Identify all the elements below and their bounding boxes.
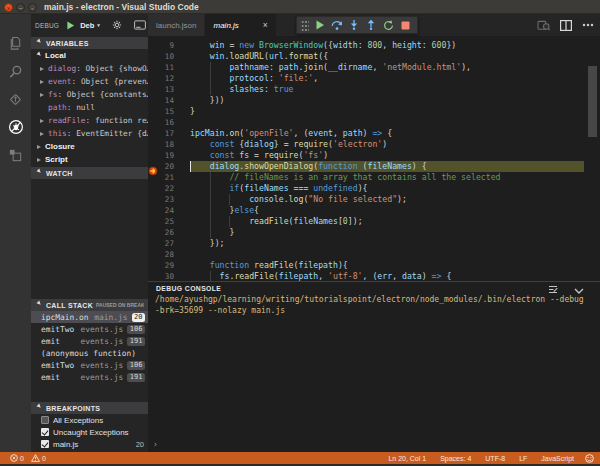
twistie-icon [36, 51, 43, 58]
status-item[interactable]: JavaScript [541, 455, 574, 462]
breakpoint-row[interactable]: main.js20 [31, 438, 148, 450]
debug-console-toggle-icon[interactable] [134, 20, 146, 30]
continue-icon[interactable] [311, 17, 328, 33]
tab-launch-json[interactable]: launch.json [148, 14, 205, 36]
code-line-18[interactable]: 18 const {dialog} = require('electron') [148, 139, 600, 150]
section-header-variables[interactable]: VARIABLES [31, 37, 148, 49]
console-prompt[interactable]: › [153, 440, 158, 449]
activity-bar-item-files[interactable] [0, 31, 31, 59]
code-line-20[interactable]: 20 dialog.showOpenDialog(function (fileN… [148, 161, 600, 172]
checkbox[interactable] [41, 416, 49, 424]
status-item[interactable]: Ln 20, Col 1 [388, 455, 426, 462]
code-line-23[interactable]: 23 console.log("No file selected"); [148, 194, 600, 205]
code-line-19[interactable]: 19 const fs = require('fs') [148, 150, 600, 161]
section-header-call-stack[interactable]: CALL STACKPAUSED ON BREAKPOI… [31, 299, 148, 311]
code-line-26[interactable]: 26 } [148, 227, 600, 238]
variable-row[interactable]: dialog: Object {showO… [31, 62, 148, 75]
activity-bar-item-debug[interactable] [0, 115, 31, 143]
restart-icon[interactable] [380, 17, 397, 33]
variable-row[interactable]: readFile: function re… [31, 114, 148, 127]
window-maximize-button[interactable]: ▫ [28, 3, 37, 12]
scope-local[interactable]: Local [31, 49, 148, 62]
editor-scrollbar[interactable] [588, 66, 597, 137]
activity-bar-item-extensions[interactable] [0, 143, 31, 171]
code-line-22[interactable]: 22 if(fileNames === undefined){ [148, 183, 600, 194]
code-line-16[interactable]: 16 [148, 117, 600, 128]
error-count[interactable]: 0 [20, 455, 24, 462]
status-bar: 0 0 Ln 20, Col 1Spaces: 4UTF-8LFJavaScri… [0, 452, 600, 464]
code-line-13[interactable]: 13 slashes: true [148, 84, 600, 95]
line-number: 15 [158, 106, 180, 117]
scope-closure[interactable]: Closure [31, 140, 148, 153]
twistie-icon [37, 145, 43, 149]
stack-frame[interactable]: emit events.js 191 [31, 371, 148, 383]
section-header-breakpoints[interactable]: BREAKPOINTS [31, 402, 148, 414]
stop-icon[interactable] [397, 17, 414, 33]
debug-console-panel: DEBUG CONSOLE /home/ayushgp/learning/wri… [148, 281, 600, 452]
twistie-icon [36, 300, 43, 307]
code-editor[interactable]: 9 win = new BrowserWindow({width: 800, h… [148, 36, 600, 281]
twistie-icon [37, 158, 43, 162]
code-line-10[interactable]: 10 win.loadURL(url.format({ [148, 51, 600, 62]
status-item[interactable]: Spaces: 4 [440, 455, 471, 462]
start-debug-icon[interactable] [66, 21, 75, 30]
scope-script[interactable]: Script [31, 153, 148, 166]
feedback-smiley-icon[interactable] [585, 454, 594, 463]
step-out-icon[interactable] [363, 17, 380, 33]
status-item[interactable]: LF [519, 455, 527, 462]
debug-config-label: Deb [80, 21, 94, 30]
tab-main-js[interactable]: main.js × [205, 14, 275, 36]
variable-row[interactable]: path: null [31, 101, 148, 114]
code-line-27[interactable]: 27 }); [148, 238, 600, 249]
stack-frame[interactable]: emitTwo events.js 106 [31, 359, 148, 371]
stack-frame[interactable]: ipcMain.on main.js 20 [31, 311, 148, 323]
breakpoint-row[interactable]: Uncaught Exceptions [31, 426, 148, 438]
variable-row[interactable]: event: Object {preven… [31, 75, 148, 88]
line-number: 25 [158, 216, 180, 227]
console-output: /home/ayushgp/learning/writing/tutorials… [148, 295, 600, 316]
line-number: 11 [158, 62, 180, 73]
activity-bar-item-search[interactable] [0, 59, 31, 87]
breakpoint-current-icon[interactable] [148, 162, 159, 172]
code-line-14[interactable]: 14 })) [148, 95, 600, 106]
step-over-icon[interactable] [329, 17, 346, 33]
window-minimize-button[interactable]: − [16, 3, 25, 12]
code-line-17[interactable]: 17 ipcMain.on('openFile', (event, path) … [148, 128, 600, 139]
line-number: 19 [158, 150, 180, 161]
toolbar-drag-handle[interactable] [300, 19, 309, 31]
status-item[interactable]: UTF-8 [485, 455, 505, 462]
panel-title[interactable]: DEBUG CONSOLE [156, 285, 221, 292]
code-line-15[interactable]: 15 } [148, 106, 600, 117]
tab-label: main.js [213, 21, 238, 30]
checkbox[interactable] [41, 428, 49, 436]
code-line-25[interactable]: 25 readFile(fileNames[0]); [148, 216, 600, 227]
warning-count[interactable]: 0 [42, 455, 46, 462]
variable-row[interactable]: this: EventEmitter {d… [31, 127, 148, 140]
code-line-21[interactable]: 21 // fileNames is an array that contain… [148, 172, 600, 183]
checkbox[interactable] [41, 440, 49, 448]
stack-frame[interactable]: (anonymous function) [31, 347, 148, 359]
code-line-29[interactable]: 29 function readFile(filepath){ [148, 260, 600, 271]
variable-row[interactable]: fs: Object {constants… [31, 88, 148, 101]
code-line-9[interactable]: 9 win = new BrowserWindow({width: 800, h… [148, 40, 600, 51]
more-actions-icon[interactable] [582, 23, 594, 27]
window-close-button[interactable]: × [4, 3, 13, 12]
step-into-icon[interactable] [346, 17, 363, 33]
split-editor-icon[interactable] [560, 20, 572, 31]
code-line-12[interactable]: 12 protocol: 'file:', [148, 73, 600, 84]
stack-frame[interactable]: emit events.js 191 [31, 335, 148, 347]
twistie-icon [40, 80, 46, 84]
debug-config-dropdown[interactable]: Deb ▾ [80, 21, 100, 30]
close-icon[interactable]: × [263, 20, 268, 30]
code-line-11[interactable]: 11 pathname: path.join(__dirname, 'netMo… [148, 62, 600, 73]
code-line-24[interactable]: 24 }else{ [148, 205, 600, 216]
section-header-watch[interactable]: WATCH [31, 167, 148, 179]
activity-bar-item-source-control[interactable] [0, 87, 31, 115]
code-line-28[interactable]: 28 [148, 249, 600, 260]
gear-icon[interactable] [112, 20, 122, 30]
stack-frame[interactable]: emitTwo events.js 106 [31, 323, 148, 335]
editor-area: launch.json main.js × 9 [148, 14, 600, 452]
open-preview-icon[interactable] [537, 20, 550, 31]
breakpoint-row[interactable]: All Exceptions [31, 414, 148, 426]
line-badge: 106 [127, 325, 145, 334]
